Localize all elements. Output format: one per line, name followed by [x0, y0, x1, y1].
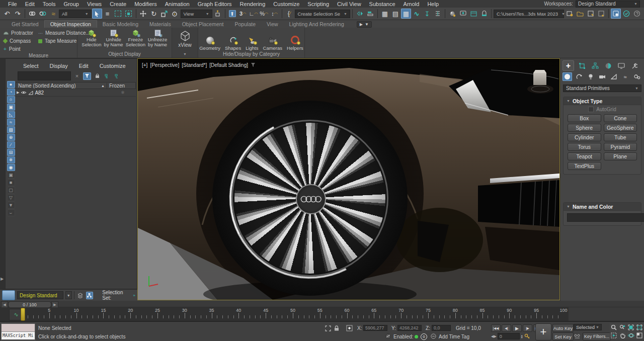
select-object-button[interactable]: [92, 9, 102, 19]
hierarchy-tab[interactable]: [590, 61, 600, 70]
name-column-header[interactable]: Name (Sorted Ascending): [18, 83, 76, 89]
menu-item[interactable]: Animation: [161, 1, 194, 7]
viewport-shading-menu[interactable]: [Default Shading]: [209, 62, 248, 68]
select-and-manipulate-button[interactable]: ⬆: [227, 9, 237, 19]
curve-editor-button[interactable]: ∿: [412, 9, 422, 19]
ribbon-tab-materials[interactable]: Materials: [144, 21, 177, 28]
schematic-view-button[interactable]: [433, 9, 443, 19]
menu-item[interactable]: Arnold: [399, 1, 424, 7]
unhide-by-name-button[interactable]: Unhide by Name: [103, 29, 124, 51]
display-helpers-icon[interactable]: ◺: [7, 111, 15, 118]
display-xrefs-icon[interactable]: ⊕: [7, 134, 15, 141]
point-tool[interactable]: +Point: [4, 45, 33, 53]
z-coordinate-field[interactable]: 0,0: [432, 325, 451, 331]
perspective-viewport[interactable]: [+] [Perspective] [Standard*] [Default S…: [137, 58, 560, 300]
explorer-menu-item[interactable]: Customize: [95, 63, 130, 69]
primitive-button[interactable]: GeoSphere: [604, 124, 637, 132]
ribbon-tab-lighting-rendering[interactable]: Lighting And Rendering: [284, 21, 350, 28]
use-pivot-point-button[interactable]: [213, 9, 223, 19]
snap-toggle-3d-button[interactable]: 3◠: [238, 9, 248, 19]
ribbon-tab-view[interactable]: View: [261, 21, 284, 28]
menu-item[interactable]: Graph Editors: [194, 1, 236, 7]
current-frame-field[interactable]: [498, 333, 520, 339]
key-filters-button[interactable]: Key Filters...: [583, 332, 611, 340]
spinner-snap-button[interactable]: ↕◠: [270, 9, 280, 19]
display-frozen-icon[interactable]: ❄: [7, 156, 15, 163]
timeline-ruler[interactable]: ∿ 05101520253035404550556065707580859095…: [0, 307, 644, 321]
display-shapes-icon[interactable]: ◔: [7, 89, 15, 96]
maxscript-script-field[interactable]: MAXScript Mi: [2, 332, 35, 339]
protractor-tool[interactable]: Protractor: [4, 29, 33, 37]
lights-category-icon[interactable]: [586, 72, 595, 81]
hide-selection-button[interactable]: Hide Selection: [81, 29, 102, 51]
menu-item[interactable]: Group: [59, 1, 83, 7]
primitive-button[interactable]: Sphere: [568, 124, 601, 132]
display-children-icon[interactable]: ▣: [7, 172, 15, 179]
primitive-button[interactable]: Pyramid: [604, 143, 637, 151]
expand-panel-arrow[interactable]: ▶: [1, 277, 4, 281]
unlink-icon[interactable]: [38, 9, 48, 19]
primitive-button[interactable]: Plane: [604, 152, 637, 160]
toggle-ribbon-button[interactable]: ▦: [401, 9, 411, 19]
explorer-menu-item[interactable]: Edit: [74, 63, 93, 69]
toggle-layer-explorer-button[interactable]: ▤: [390, 9, 400, 19]
rendered-frame-window-button[interactable]: [468, 9, 478, 19]
y-coordinate-field[interactable]: 4268,242: [397, 325, 422, 331]
next-frame-button[interactable]: |▶: [523, 324, 532, 332]
workspace-thumbnail-button[interactable]: [2, 290, 15, 300]
visibility-eye-icon[interactable]: [21, 91, 27, 95]
object-display-panel-caption[interactable]: Object Display: [77, 51, 172, 58]
ribbon-tab-object-placement[interactable]: Object Placement: [177, 21, 229, 28]
check-circle-icon[interactable]: [621, 9, 631, 19]
select-link-icon[interactable]: [27, 9, 37, 19]
select-and-place-button[interactable]: [170, 9, 180, 19]
menu-item[interactable]: File: [4, 1, 21, 7]
name-and-color-rollout-header[interactable]: ▼ Name and Color: [564, 203, 641, 211]
workspace-dropdown-arrow[interactable]: ▼: [65, 291, 72, 299]
frozen-state-icon[interactable]: ❄: [110, 90, 136, 95]
autogrid-checkbox[interactable]: [588, 107, 594, 112]
orbit-icon[interactable]: [627, 331, 635, 339]
redo-button[interactable]: ↷: [13, 9, 23, 19]
hide-geometry-toggle[interactable]: Geometry: [199, 29, 220, 51]
rectangular-selection-region-icon[interactable]: [113, 9, 123, 19]
toggle-scene-explorer-button[interactable]: ▦: [380, 9, 390, 19]
explorer-column-header[interactable]: Name (Sorted Ascending)▲ Frozen: [16, 82, 136, 89]
isolate-selection-icon[interactable]: [325, 325, 331, 331]
primitive-button[interactable]: Teapot: [568, 152, 601, 160]
lock-icon[interactable]: [93, 72, 101, 80]
scene-explorer-toggle-icon[interactable]: [86, 292, 94, 299]
dope-sheet-button[interactable]: ↧: [422, 9, 432, 19]
menu-item[interactable]: Customize: [269, 1, 303, 7]
per-view-filter-icon[interactable]: [251, 62, 256, 68]
percent-snap-button[interactable]: %◠: [259, 9, 269, 19]
previous-frame-button[interactable]: ◀|: [502, 324, 511, 332]
display-materials-icon[interactable]: ■: [7, 179, 15, 186]
x-coordinate-field[interactable]: 5906,277: [363, 325, 387, 331]
explorer-search-input[interactable]: [18, 71, 71, 80]
zoom-extents-icon[interactable]: [627, 323, 635, 331]
hide-by-category-panel-caption[interactable]: Hide/Display by Category: [198, 51, 304, 58]
display-lights-icon[interactable]: ○: [7, 96, 15, 103]
hide-shapes-toggle[interactable]: Shapes: [225, 29, 241, 51]
pan-hand-icon[interactable]: [618, 331, 626, 339]
maxscript-macro-field[interactable]: [2, 324, 35, 332]
xview-caption-arrow[interactable]: ▼: [172, 51, 198, 58]
filter-funnel-icon[interactable]: [83, 72, 91, 80]
explorer-menu-item[interactable]: Display: [45, 63, 72, 69]
render-production-button[interactable]: [479, 9, 489, 19]
menu-item[interactable]: Modifiers: [130, 1, 161, 7]
help-search-icon[interactable]: [632, 9, 642, 19]
display-geometry-icon[interactable]: ●: [7, 81, 15, 88]
auto-key-button[interactable]: Auto Key: [552, 324, 574, 332]
modify-tab[interactable]: [577, 61, 587, 70]
primitives-category-dropdown[interactable]: Standard Primitives▼: [563, 84, 641, 92]
filter-combinations-icon[interactable]: ▽: [7, 194, 15, 201]
table-row[interactable]: ▶ A82 ❄: [16, 89, 136, 97]
object-type-rollout-header[interactable]: ▼ Object Type: [564, 97, 641, 105]
expand-row-arrow[interactable]: ▶: [17, 91, 19, 95]
select-and-scale-button[interactable]: [159, 9, 170, 19]
play-button[interactable]: ▶: [512, 324, 522, 332]
zoom-extents-all-icon[interactable]: [635, 323, 643, 331]
add-time-tag[interactable]: Add Time Tag: [439, 334, 469, 339]
